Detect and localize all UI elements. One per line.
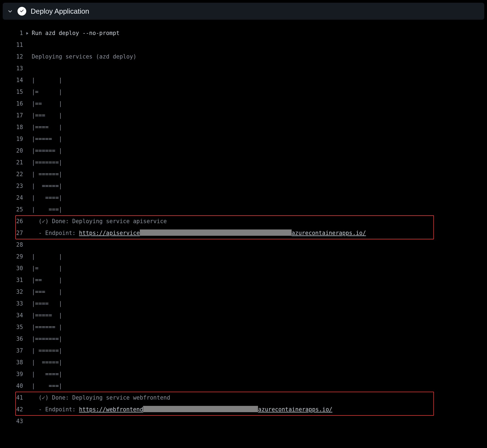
log-text: - Endpoint: https://webfrontendazurecont…	[32, 404, 332, 415]
spacer	[26, 216, 32, 227]
log-line: 13	[4, 63, 482, 74]
chevron-down-icon[interactable]	[7, 8, 13, 14]
spacer	[26, 74, 32, 86]
log-line: 22| ======|	[4, 168, 482, 180]
spacer	[26, 39, 32, 51]
log-line: 35|====== |	[4, 321, 482, 333]
log-text: Run azd deploy --no-prompt	[32, 27, 120, 39]
log-line: 34|===== |	[4, 310, 482, 321]
line-number: 29	[4, 251, 26, 263]
log-line: 20|====== |	[4, 145, 482, 157]
line-number: 14	[4, 74, 26, 86]
log-text: |===== |	[32, 133, 62, 145]
line-number: 38	[4, 357, 26, 368]
log-text: |=======|	[32, 157, 62, 168]
line-number: 26	[4, 216, 26, 227]
log-text: |=== |	[32, 110, 62, 121]
log-text: | ===|	[32, 380, 62, 392]
log-text: |=== |	[32, 286, 62, 298]
spacer	[26, 263, 32, 274]
line-number: 12	[4, 51, 26, 63]
spacer	[26, 321, 32, 333]
log-text: |==== |	[32, 298, 62, 310]
disclosure-triangle-icon[interactable]	[26, 27, 32, 39]
log-text: |== |	[32, 98, 62, 110]
line-number: 40	[4, 380, 26, 392]
spacer	[26, 392, 32, 404]
log-line: 41 (✓) Done: Deploying service webfronte…	[4, 392, 482, 404]
log-text: | =====|	[32, 180, 62, 192]
spacer	[26, 110, 32, 121]
log-text: Deploying services (azd deploy)	[32, 51, 137, 63]
log-text: |= |	[32, 263, 62, 274]
line-number: 11	[4, 39, 26, 51]
log-text: | ====|	[32, 192, 62, 204]
log-line: 1 Run azd deploy --no-prompt	[4, 27, 482, 39]
log-text: |== |	[32, 274, 62, 286]
line-number: 16	[4, 98, 26, 110]
line-number: 31	[4, 274, 26, 286]
spacer	[26, 333, 32, 345]
log-line: 31|== |	[4, 274, 482, 286]
log-text: (✓) Done: Deploying service apiservice	[32, 216, 167, 227]
log-line: 37| ======|	[4, 345, 482, 357]
log-line: 17|=== |	[4, 110, 482, 121]
line-number: 34	[4, 310, 26, 321]
log-text: |===== |	[32, 310, 62, 321]
line-number: 1	[4, 27, 26, 39]
spacer	[26, 251, 32, 263]
log-line: 28	[4, 239, 482, 251]
log-text: |==== |	[32, 121, 62, 133]
log-line: 32|=== |	[4, 286, 482, 298]
spacer	[26, 345, 32, 357]
line-number: 32	[4, 286, 26, 298]
spacer	[26, 157, 32, 168]
log-text: | ===|	[32, 204, 62, 216]
log-text: |====== |	[32, 145, 62, 157]
line-number: 21	[4, 157, 26, 168]
redaction	[143, 406, 258, 412]
spacer	[26, 63, 32, 74]
spacer	[26, 298, 32, 310]
endpoint-link[interactable]: https://apiserviceazurecontainerapps.io/	[79, 230, 366, 236]
endpoint-link[interactable]: https://webfrontendazurecontainerapps.io…	[79, 406, 332, 413]
spacer	[26, 121, 32, 133]
line-number: 22	[4, 168, 26, 180]
check-circle-icon	[18, 7, 26, 16]
log-text: | ======|	[32, 345, 62, 357]
log-panel: 1 Run azd deploy --no-prompt 1112Deployi…	[3, 20, 484, 427]
log-line: 21|=======|	[4, 157, 482, 168]
line-number: 43	[4, 415, 26, 427]
log-text: |====== |	[32, 321, 62, 333]
spacer	[26, 274, 32, 286]
log-line: 24| ====|	[4, 192, 482, 204]
log-text: |=======|	[32, 333, 62, 345]
step-title: Deploy Application	[31, 7, 89, 16]
line-number: 13	[4, 63, 26, 74]
line-number: 24	[4, 192, 26, 204]
redaction	[140, 229, 292, 236]
line-number: 42	[4, 404, 26, 415]
line-number: 37	[4, 345, 26, 357]
spacer	[26, 133, 32, 145]
spacer	[26, 192, 32, 204]
line-number: 36	[4, 333, 26, 345]
log-line: 43	[4, 415, 482, 427]
spacer	[26, 86, 32, 98]
log-text: | ====|	[32, 368, 62, 380]
line-number: 28	[4, 239, 26, 251]
spacer	[26, 404, 32, 415]
log-line: 19|===== |	[4, 133, 482, 145]
line-number: 35	[4, 321, 26, 333]
step-header[interactable]: Deploy Application	[3, 3, 484, 20]
log-line: 40| ===|	[4, 380, 482, 392]
log-line: 15|= |	[4, 86, 482, 98]
spacer	[26, 51, 32, 63]
spacer	[26, 227, 32, 239]
log-line: 36|=======|	[4, 333, 482, 345]
spacer	[26, 286, 32, 298]
spacer	[26, 180, 32, 192]
log-line: 26 (✓) Done: Deploying service apiservic…	[4, 216, 482, 227]
spacer	[26, 145, 32, 157]
log-text: |= |	[32, 86, 62, 98]
